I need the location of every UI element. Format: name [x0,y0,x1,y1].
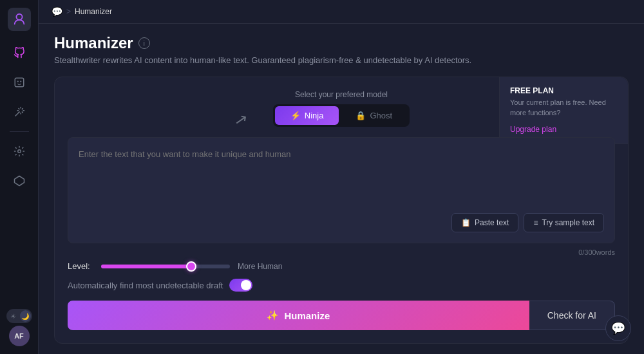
svg-point-2 [17,80,18,82]
arrow-hint: ↗ [233,110,249,130]
text-input-area: 📋 Paste text ≡ Try sample text [68,137,615,243]
textarea-actions: 📋 Paste text ≡ Try sample text [79,213,604,232]
ninja-label: Ninja [305,111,324,120]
bottom-buttons: ✨ Humanize Check for AI [68,301,615,330]
sidebar: ☀ 🌙 AF [0,0,39,354]
svg-point-3 [20,80,21,82]
svg-rect-1 [15,78,24,87]
sidebar-item-humanize[interactable] [6,40,32,66]
toggle-knob [241,280,251,290]
breadcrumb: 💬 > Humanizer [39,0,644,24]
word-count-value: 0/300 [578,248,596,256]
word-count-label: words [596,248,615,256]
info-icon[interactable]: i [138,37,150,49]
sidebar-bottom: ☀ 🌙 AF [6,309,32,346]
svg-point-0 [16,14,22,20]
breadcrumb-separator: > [66,7,71,16]
main-content: 💬 > Humanizer Humanizer i Stealthwriter … [39,0,644,354]
chat-bubble[interactable]: 💬 [605,315,631,341]
dark-mode-btn[interactable]: 🌙 [20,310,31,322]
sidebar-item-ai[interactable] [6,70,32,95]
theme-toggle[interactable]: ☀ 🌙 [6,309,32,323]
level-slider[interactable] [101,265,230,268]
sample-text-btn[interactable]: ≡ Try sample text [524,213,604,232]
humanize-btn[interactable]: ✨ Humanize [68,301,529,330]
humanize-sparkle-icon: ✨ [267,310,279,321]
content-area: FREE PLAN Your current plan is free. Nee… [39,71,644,354]
ninja-icon: ⚡ [290,111,301,120]
level-label: Level: [68,261,93,271]
avatar[interactable]: AF [9,326,30,346]
model-section: Select your prefered model ↗ ⚡ Ninja 🔒 G… [68,90,615,127]
page-title: Humanizer [54,34,133,52]
sidebar-item-gem[interactable] [6,168,32,194]
model-ghost-btn[interactable]: 🔒 Ghost [340,106,408,125]
sample-label: Try sample text [542,218,594,227]
breadcrumb-icon: 💬 [52,6,62,17]
ghost-lock-icon: 🔒 [355,111,366,120]
humanize-label: Humanize [284,310,330,321]
svg-marker-5 [14,176,24,186]
page-header: Humanizer i Stealthwriter rewrites AI co… [39,24,644,71]
model-label: Select your prefered model [295,90,388,99]
check-ai-btn[interactable]: Check for AI [529,301,615,330]
svg-point-4 [17,150,21,153]
main-textarea[interactable] [79,148,604,208]
level-row: Level: More Human [68,261,615,271]
light-mode-btn[interactable]: ☀ [8,310,19,322]
logo [8,8,31,31]
auto-detect-row: Automatically find most undetectable dra… [68,279,615,292]
paste-label: Paste text [475,218,509,227]
sidebar-divider [10,131,29,132]
auto-detect-toggle[interactable] [229,279,252,292]
paste-icon: 📋 [461,218,471,227]
slider-thumb [186,261,196,272]
main-card: FREE PLAN Your current plan is free. Nee… [54,77,629,344]
ghost-label: Ghost [370,111,392,120]
word-count: 0/300words [68,248,615,256]
slider-end-label: More Human [238,262,282,271]
sidebar-item-wand[interactable] [6,99,32,125]
sidebar-item-settings[interactable] [6,138,32,164]
paste-text-btn[interactable]: 📋 Paste text [451,213,518,232]
page-subtitle: Stealthwriter rewrites AI content into h… [54,55,629,66]
model-ninja-btn[interactable]: ⚡ Ninja [275,106,339,125]
sample-icon: ≡ [533,218,538,227]
auto-detect-label: Automatically find most undetectable dra… [68,281,223,290]
model-selector: ⚡ Ninja 🔒 Ghost [273,104,410,127]
slider-track [101,265,230,268]
breadcrumb-current: Humanizer [75,7,112,16]
chat-icon: 💬 [611,321,625,335]
